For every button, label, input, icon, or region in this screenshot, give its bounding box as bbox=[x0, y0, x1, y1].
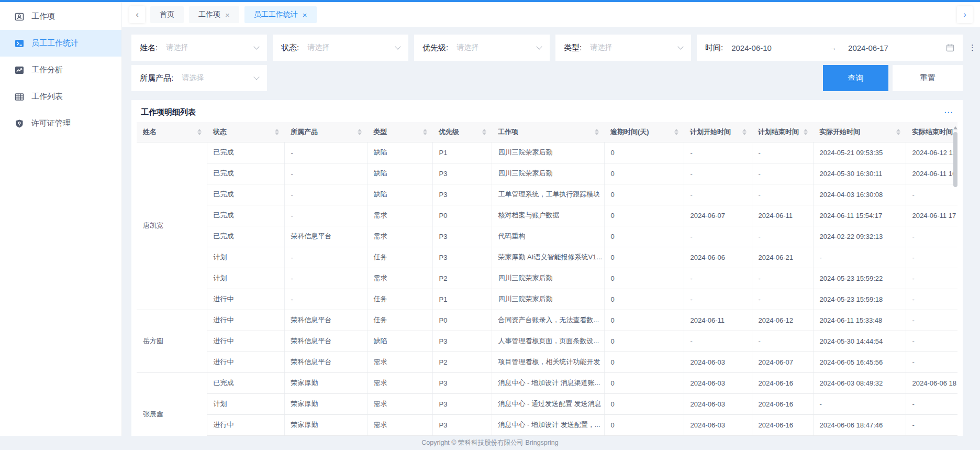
cell-plan_start: - bbox=[684, 226, 752, 247]
date-range-picker[interactable]: 时间: 2024-06-10 → 2024-06-17 bbox=[697, 35, 963, 61]
sort-carets-icon[interactable] bbox=[353, 129, 362, 135]
cell-product: - bbox=[284, 247, 367, 268]
cell-status: 进行中 bbox=[207, 414, 284, 435]
cell-plan_start: - bbox=[684, 142, 752, 163]
page-content: 姓名: 请选择 状态: 请选择 优先级: 请选择 类型: 请选择 bbox=[122, 27, 980, 436]
column-header-3[interactable]: 类型 bbox=[367, 122, 432, 142]
column-header-2[interactable]: 所属产品 bbox=[284, 122, 367, 142]
date-range-start[interactable]: 2024-06-10 bbox=[731, 43, 772, 52]
sidebar-item-work-analysis[interactable]: 工作分析 bbox=[0, 57, 121, 83]
cell-priority: P3 bbox=[432, 331, 492, 352]
cell-priority: P3 bbox=[432, 163, 492, 184]
filter-row-2: 所属产品: 请选择 查询 重置 bbox=[131, 65, 963, 91]
column-header-9[interactable]: 实际开始时间 bbox=[813, 122, 906, 142]
tabs-scroll-right-button[interactable]: › bbox=[957, 6, 973, 23]
cell-priority: P3 bbox=[432, 226, 492, 247]
cell-priority: P1 bbox=[432, 289, 492, 310]
cell-item: 工单管理系统，工单执行跟踪模块 bbox=[492, 184, 604, 205]
tabs-scroll-left-button[interactable]: ‹ bbox=[129, 6, 145, 23]
cell-plan_start: - bbox=[684, 184, 752, 205]
cell-priority: P3 bbox=[432, 393, 492, 414]
close-icon[interactable]: × bbox=[303, 11, 307, 19]
sort-carets-icon[interactable] bbox=[419, 129, 427, 135]
sidebar-item-work-items[interactable]: 工作项 bbox=[0, 3, 121, 30]
sort-carets-icon[interactable] bbox=[591, 129, 599, 135]
sort-carets-icon[interactable] bbox=[193, 129, 202, 135]
cell-type: 需求 bbox=[367, 393, 432, 414]
search-button[interactable]: 查询 bbox=[823, 65, 888, 91]
status-filter-select[interactable]: 状态: 请选择 bbox=[273, 35, 408, 61]
name-filter-select[interactable]: 姓名: 请选择 bbox=[131, 35, 267, 61]
employee-name-cell: 唐凯宽 bbox=[137, 142, 207, 310]
close-icon[interactable]: × bbox=[225, 11, 230, 19]
column-header-7[interactable]: 计划开始时间 bbox=[684, 122, 752, 142]
sidebar-item-work-list[interactable]: 工作列表 bbox=[0, 83, 121, 110]
sort-carets-icon[interactable] bbox=[271, 129, 279, 135]
sort-carets-icon[interactable] bbox=[799, 129, 808, 135]
sort-carets-icon[interactable] bbox=[478, 129, 486, 135]
tab-employee-work-stats[interactable]: 员工工作统计 × bbox=[244, 6, 317, 23]
cell-actual_start: 2024-03-19 11:35:46 bbox=[813, 435, 906, 436]
cell-overdue: 0 bbox=[604, 372, 684, 393]
cell-type: 任务 bbox=[367, 247, 432, 268]
cell-overdue: 0 bbox=[604, 163, 684, 184]
cell-plan_end: 2024-06-11 bbox=[752, 205, 813, 226]
cell-priority: P0 bbox=[432, 310, 492, 331]
card-more-icon[interactable]: ⋯ bbox=[944, 107, 953, 118]
cell-plan_start: 2024-06-03 bbox=[684, 414, 752, 435]
column-header-8[interactable]: 计划结束时间 bbox=[752, 122, 813, 142]
cell-product: - bbox=[284, 184, 367, 205]
column-header-label: 逾期时间(天) bbox=[610, 127, 649, 137]
cell-overdue: 0 bbox=[604, 247, 684, 268]
cell-item: 人事管理看板页面，页面条数设... bbox=[492, 331, 604, 352]
cell-actual_end: 2024-06-06 18 bbox=[906, 372, 957, 393]
product-filter-select[interactable]: 所属产品: 请选择 bbox=[131, 65, 267, 91]
cell-product: 荣科信息平台 bbox=[284, 310, 367, 331]
tab-label: 工作项 bbox=[198, 10, 220, 19]
table-grid-icon bbox=[15, 92, 24, 102]
table-row: 计划-需求P2四川三院荣家后勤0--2024-05-23 15:59:22- bbox=[137, 268, 957, 289]
scrollbar-thumb[interactable] bbox=[953, 132, 957, 187]
sidebar-item-employee-work-stats[interactable]: 员工工作统计 bbox=[0, 30, 121, 57]
cell-item: 消息中心 - 增加设计 发送配置，... bbox=[492, 414, 604, 435]
column-header-6[interactable]: 逾期时间(天) bbox=[604, 122, 684, 142]
cell-actual_end: - bbox=[906, 310, 957, 331]
license-shield-icon bbox=[15, 119, 24, 128]
sidebar-item-label: 工作项 bbox=[31, 12, 55, 21]
scrollbar-up-arrow-icon[interactable] bbox=[953, 126, 957, 129]
cell-product: - bbox=[284, 289, 367, 310]
cell-type: 需求 bbox=[367, 352, 432, 372]
column-header-10[interactable]: 实际结束时间 bbox=[906, 122, 957, 142]
column-header-4[interactable]: 优先级 bbox=[432, 122, 492, 142]
vertical-scrollbar[interactable] bbox=[953, 126, 957, 200]
cell-status: 已完成 bbox=[207, 226, 284, 247]
filter-label: 类型: bbox=[564, 43, 582, 53]
cell-plan_end: 2024-06-12 bbox=[752, 310, 813, 331]
filter-placeholder: 请选择 bbox=[590, 43, 612, 52]
cell-actual_start: - bbox=[813, 393, 906, 414]
cell-plan_start: 2024-06-06 bbox=[684, 247, 752, 268]
cell-type: 需求 bbox=[367, 414, 432, 435]
cell-overdue: 0 bbox=[604, 226, 684, 247]
cell-type: 缺陷 bbox=[367, 435, 432, 436]
sort-carets-icon[interactable] bbox=[738, 129, 747, 135]
calendar-icon[interactable] bbox=[946, 43, 954, 52]
tab-work-items[interactable]: 工作项 × bbox=[189, 6, 239, 23]
column-header-1[interactable]: 状态 bbox=[207, 122, 284, 142]
tab-label: 首页 bbox=[160, 10, 174, 19]
date-range-end[interactable]: 2024-06-17 bbox=[848, 43, 888, 52]
cell-type: 需求 bbox=[367, 268, 432, 289]
sort-carets-icon[interactable] bbox=[670, 129, 678, 135]
column-header-5[interactable]: 工作项 bbox=[492, 122, 604, 142]
table-row: 进行中荣家厚勤需求P3消息中心 - 增加设计 发送配置，...02024-06-… bbox=[137, 414, 957, 435]
filter-more-icon[interactable]: ⋮ bbox=[968, 43, 976, 52]
cell-actual_end: - bbox=[906, 226, 957, 247]
reset-button[interactable]: 重置 bbox=[893, 65, 963, 91]
table-row: 已完成-缺陷P3工单管理系统，工单执行跟踪模块0--2024-04-03 16:… bbox=[137, 184, 957, 205]
type-filter-select[interactable]: 类型: 请选择 bbox=[555, 35, 691, 61]
sort-carets-icon[interactable] bbox=[892, 129, 900, 135]
sidebar-item-license-management[interactable]: 许可证管理 bbox=[0, 110, 121, 137]
priority-filter-select[interactable]: 优先级: 请选择 bbox=[414, 35, 550, 61]
tab-home[interactable]: 首页 bbox=[150, 6, 184, 23]
column-header-0[interactable]: 姓名 bbox=[137, 122, 207, 142]
